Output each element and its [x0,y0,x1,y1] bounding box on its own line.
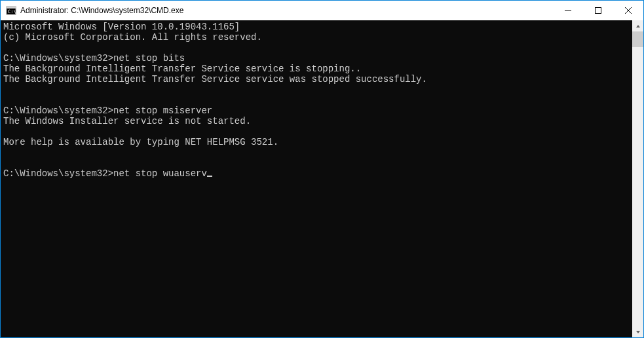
console-line [3,147,630,158]
current-prompt-line: C:\Windows\system32>net stop wuauserv [3,168,630,179]
text-cursor [207,176,212,177]
console-output[interactable]: Microsoft Windows [Version 10.0.19043.11… [1,20,632,337]
console-line: C:\Windows\system32>net stop msiserver [3,105,630,116]
typed-command: net stop wuauserv [113,168,207,179]
console-line: Microsoft Windows [Version 10.0.19043.11… [3,22,630,32]
window-title: Administrator: C:\Windows\system32\CMD.e… [20,6,553,15]
window-controls [553,1,643,20]
svg-rect-1 [7,7,16,9]
scrollbar-track[interactable] [632,31,643,326]
console-line: More help is available by typing NET HEL… [3,137,630,147]
console-line [3,84,630,95]
console-line [3,126,630,137]
console-line: C:\Windows\system32>net stop bits [3,53,630,64]
close-button[interactable] [613,1,643,20]
console-line [3,95,630,105]
console-line: The Background Intelligent Transfer Serv… [3,64,630,74]
vertical-scrollbar[interactable] [632,20,643,337]
svg-marker-7 [636,25,640,28]
console-line [3,43,630,53]
svg-text:C:\: C:\ [8,9,16,14]
scroll-down-button[interactable] [632,326,643,337]
console-line: The Windows Installer service is not sta… [3,116,630,126]
console-line [3,158,630,168]
maximize-button[interactable] [583,1,613,20]
svg-rect-4 [596,8,601,14]
cmd-icon: C:\ [6,5,16,16]
svg-marker-8 [636,331,640,333]
titlebar[interactable]: C:\ Administrator: C:\Windows\system32\C… [1,1,643,20]
prompt: C:\Windows\system32> [3,168,113,179]
scrollbar-thumb[interactable] [632,31,643,47]
console-line: The Background Intelligent Transfer Serv… [3,74,630,84]
cmd-window: C:\ Administrator: C:\Windows\system32\C… [0,0,644,338]
scroll-up-button[interactable] [632,20,643,31]
console-area: Microsoft Windows [Version 10.0.19043.11… [1,20,643,337]
minimize-button[interactable] [553,1,583,20]
console-line: (c) Microsoft Corporation. All rights re… [3,32,630,43]
